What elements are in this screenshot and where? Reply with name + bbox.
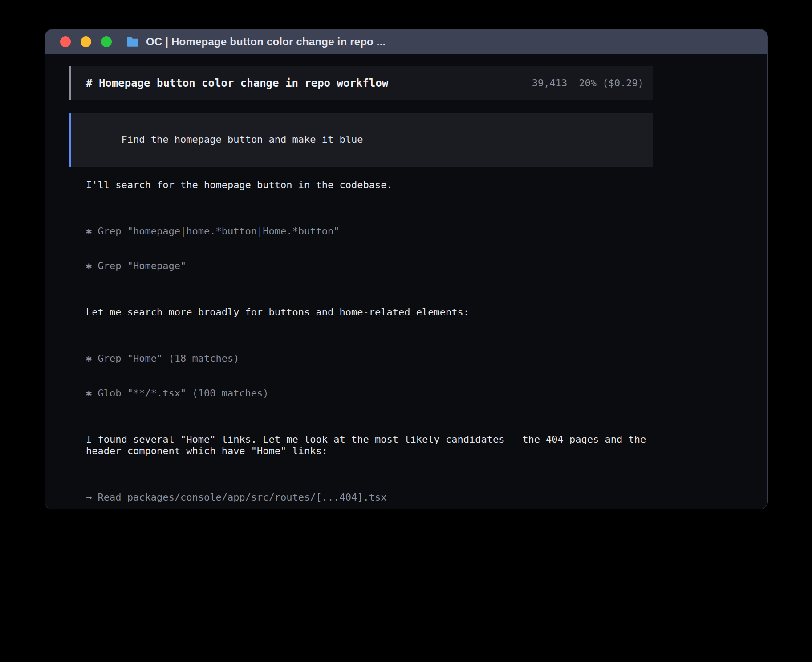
assistant-paragraph: I'll search for the homepage button in t… — [86, 179, 653, 191]
user-message-text: Find the homepage button and make it blu… — [121, 134, 363, 145]
assistant-paragraph: I found several "Home" links. Let me loo… — [86, 434, 653, 457]
window-controls — [60, 36, 112, 47]
user-message: Find the homepage button and make it blu… — [69, 113, 653, 167]
window-titlebar[interactable]: OC | Homepage button color change in rep… — [45, 29, 767, 54]
tool-call-line[interactable]: ✱ Grep "Home" (18 matches) — [86, 353, 653, 364]
read-tool-group: → Read packages/console/app/src/routes/[… — [86, 468, 653, 509]
tool-call-line[interactable]: ✱ Grep "homepage|home.*button|Home.*butt… — [86, 226, 653, 237]
zoom-button[interactable] — [101, 36, 112, 47]
token-count: 39,413 — [532, 77, 567, 89]
assistant-paragraph: Let me search more broadly for buttons a… — [86, 307, 653, 318]
terminal-content: # Homepage button color change in repo w… — [45, 54, 767, 509]
conversation: I'll search for the homepage button in t… — [69, 179, 653, 509]
tool-call-group: ✱ Grep "homepage|home.*button|Home.*butt… — [86, 202, 653, 295]
terminal-window: OC | Homepage button color change in rep… — [45, 29, 768, 509]
tool-call-line[interactable]: ✱ Grep "Homepage" — [86, 260, 653, 272]
close-button[interactable] — [60, 36, 71, 47]
tool-call-group: ✱ Grep "Home" (18 matches) ✱ Glob "**/*.… — [86, 330, 653, 422]
read-line[interactable]: → Read packages/console/app/src/routes/[… — [86, 492, 653, 503]
tool-call-line[interactable]: ✱ Glob "**/*.tsx" (100 matches) — [86, 388, 653, 399]
titlebar-title-group: OC | Homepage button color change in rep… — [126, 36, 386, 48]
context-usage: 20% ($0.29) — [579, 77, 644, 89]
window-title: OC | Homepage button color change in rep… — [146, 36, 386, 48]
session-title: # Homepage button color change in repo w… — [86, 77, 388, 89]
session-meta: 39,413 20% ($0.29) — [532, 77, 644, 89]
minimize-button[interactable] — [81, 36, 91, 47]
session-header: # Homepage button color change in repo w… — [69, 66, 653, 100]
folder-icon — [126, 36, 139, 47]
